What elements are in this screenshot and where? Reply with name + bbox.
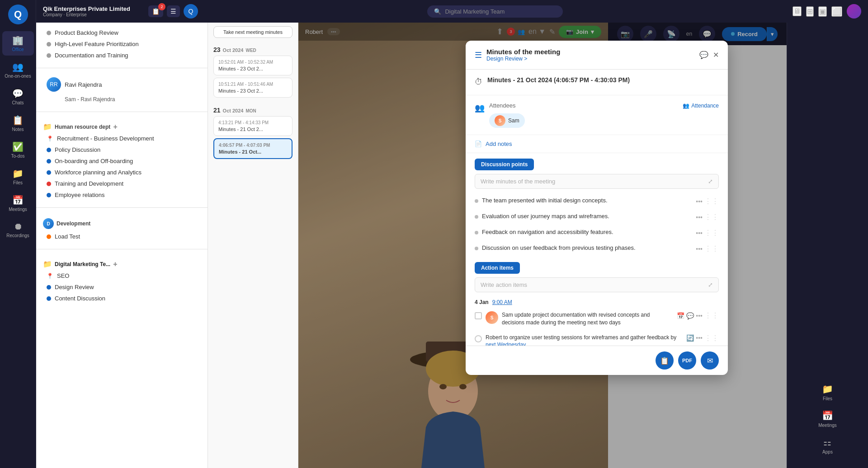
action-checkbox-0[interactable] xyxy=(475,312,482,319)
right-sidebar-items: 📁 Files 📅 Meetings ⚏ Apps xyxy=(818,384,837,463)
meeting-item-1-2[interactable]: 10:51:21 AM - 10:51:46 AM Minutes - 23 O… xyxy=(213,78,292,98)
dev-avatar: D xyxy=(43,218,54,229)
pdf-button[interactable]: PDF xyxy=(678,351,696,370)
dm-item-content[interactable]: Content Discussion xyxy=(43,293,201,304)
meeting-month-2: Oct 2024 xyxy=(223,108,244,113)
menu-icon-0[interactable]: ••• xyxy=(696,312,703,319)
modal-chat-button[interactable]: 💬 xyxy=(699,51,708,59)
sidebar-item-notes[interactable]: 📋 Notes xyxy=(2,111,34,136)
backlog-item-2[interactable]: High-Level Feature Prioritization xyxy=(43,38,201,50)
sidebar-item-label: To-dos xyxy=(11,154,24,159)
meeting-item-2-2[interactable]: 4:06:57 PM - 4:07:03 PM Minutes - 21 Oct… xyxy=(213,138,292,159)
action-text-0: Sam update project documentation with re… xyxy=(502,311,673,327)
attendance-icon: 👥 xyxy=(683,103,689,109)
hr-item-onboarding[interactable]: On-boarding and Off-boarding xyxy=(43,155,201,167)
window-icon-btn[interactable]: ⬜ xyxy=(831,6,842,17)
rs-item-files[interactable]: 📁 Files xyxy=(822,384,833,401)
notification-button[interactable]: 📋 2 xyxy=(148,5,163,17)
sidebar-item-files[interactable]: 📁 Files xyxy=(2,164,34,189)
hr-item-recruitment[interactable]: 📍 Recruitment - Business Development xyxy=(43,133,201,144)
meeting-date-1: 23 Oct 2024 WED xyxy=(213,46,292,53)
dm-section: 📁 Digital Marketing Te... + 📍 SEO Design… xyxy=(36,252,208,309)
item-drag-2[interactable]: ⋮⋮ xyxy=(704,229,719,237)
sidebar-item-one-on-ones[interactable]: 👥 One-on-ones xyxy=(2,58,34,82)
action-input[interactable]: Write action items ⤢ xyxy=(475,277,719,292)
dev-item-loadtest[interactable]: Load Test xyxy=(43,231,201,242)
dm-title[interactable]: 📁 Digital Marketing Te... + xyxy=(43,256,201,270)
sidebar-item-todos[interactable]: ✅ To-dos xyxy=(2,138,34,162)
backlog-item-3[interactable]: Documentation and Training xyxy=(43,50,201,61)
user-avatar[interactable] xyxy=(847,4,861,19)
calendar-icon-0[interactable]: 📅 xyxy=(677,312,684,319)
dm-item-seo[interactable]: 📍 SEO xyxy=(43,270,201,281)
action-link-1[interactable]: next Wednesday xyxy=(486,342,525,346)
hr-item-workforce[interactable]: Workforce planning and Analytics xyxy=(43,167,201,178)
hamburger-button[interactable]: ☰ xyxy=(167,5,180,17)
sidebar-item-chats[interactable]: 💬 Chats xyxy=(2,84,34,109)
action-radio-1[interactable] xyxy=(475,335,482,342)
attendee-avatar: S xyxy=(495,115,505,126)
copy-button[interactable]: 📋 xyxy=(656,351,674,370)
item-menu-1[interactable]: ••• xyxy=(696,214,703,221)
dot-red xyxy=(47,182,51,186)
hr-item-employee[interactable]: Employee relations xyxy=(43,189,201,201)
item-menu-2[interactable]: ••• xyxy=(696,229,703,237)
rs-item-apps[interactable]: ⚏ Apps xyxy=(822,437,833,454)
hr-item-policy[interactable]: Policy Discussion xyxy=(43,144,201,155)
one-on-one-channel[interactable]: Sam - Ravi Rajendra xyxy=(43,94,201,105)
item-drag-3[interactable]: ⋮⋮ xyxy=(704,244,719,253)
add-hr-icon[interactable]: + xyxy=(113,123,117,131)
search-input-display[interactable]: 🔍 Digital Marketing Team xyxy=(427,5,563,18)
hr-dept-title[interactable]: 📁 Human resource dept + xyxy=(43,119,201,133)
item-actions-2: ••• ⋮⋮ xyxy=(696,229,719,237)
rs-item-meetings[interactable]: 📅 Meetings xyxy=(818,410,837,428)
hr-label-5: Employee relations xyxy=(55,192,105,198)
action-time-label[interactable]: 9:00 AM xyxy=(492,299,512,305)
menu-icon-1[interactable]: ••• xyxy=(696,334,703,342)
sync-icon-1[interactable]: 🔄 xyxy=(686,334,694,342)
discussion-item-3: Discussion on user feedback from previou… xyxy=(466,241,728,257)
meeting-panel: Take next meeting minutes 23 Oct 2024 WE… xyxy=(208,23,298,468)
add-dm-icon[interactable]: + xyxy=(113,260,117,268)
discussion-tab-button[interactable]: Discussion points xyxy=(475,159,534,170)
chat-icon-0[interactable]: 💬 xyxy=(686,312,694,319)
minutes-title: Minutes - 21 Oct 2024 (4:06:57 PM - 4:30… xyxy=(487,76,630,84)
dev-name: Development xyxy=(57,220,90,227)
minutes-panel: Robert ••• ⬆ 3 👥 en ▼ ✎ xyxy=(298,23,787,468)
email-button[interactable]: ✉ xyxy=(701,351,719,370)
app-logo[interactable]: Q xyxy=(8,5,28,24)
item-drag-1[interactable]: ⋮⋮ xyxy=(704,213,719,221)
take-next-btn[interactable]: Take next meeting minutes xyxy=(213,26,292,38)
qik-button[interactable]: Q xyxy=(184,4,198,19)
notes-icon: 📋 xyxy=(12,115,24,126)
add-notes-row[interactable]: 📄 Add notes xyxy=(466,135,728,153)
item-menu-0[interactable]: ••• xyxy=(696,198,703,205)
attendance-button[interactable]: 👥 Attendance xyxy=(683,103,719,109)
monitor-icon-btn[interactable]: 🖥 xyxy=(793,6,802,16)
channel-name: Sam - Ravi Rajendra xyxy=(65,96,115,103)
action-tab-button[interactable]: Action items xyxy=(475,262,520,274)
logo-letter: Q xyxy=(14,9,22,20)
hr-item-training[interactable]: Training and Development xyxy=(43,178,201,189)
rs-files-icon: 📁 xyxy=(822,384,833,394)
item-drag-0[interactable]: ⋮⋮ xyxy=(704,197,719,206)
drag-icon-0[interactable]: ⋮⋮ xyxy=(704,311,719,320)
dev-title[interactable]: D Development xyxy=(43,215,201,231)
layout-icon-btn[interactable]: ▣ xyxy=(818,6,827,17)
hr-label-3: Workforce planning and Analytics xyxy=(55,169,142,176)
action-avatar-0: S xyxy=(486,311,498,324)
backlog-item-1[interactable]: Product Backlog Review xyxy=(43,27,201,38)
drag-icon-1[interactable]: ⋮⋮ xyxy=(704,334,719,342)
sidebar-item-office[interactable]: 🏢 Office xyxy=(2,31,34,56)
meeting-item-1-1[interactable]: 10:52:01 AM - 10:52:32 AM Minutes - 23 O… xyxy=(213,56,292,75)
discussion-input[interactable]: Write minutes of the meeting ⤢ xyxy=(475,174,719,189)
modal-breadcrumb[interactable]: Design Review > xyxy=(486,56,695,62)
meeting-item-2-1[interactable]: 4:13:21 PM - 4:14:33 PM Minutes - 21 Oct… xyxy=(213,116,292,136)
modal-close-button[interactable]: ✕ xyxy=(713,51,719,59)
minutes-modal: ☰ Minutes of the meeting Design Review >… xyxy=(466,41,728,375)
sidebar-item-meetings[interactable]: 📅 Meetings xyxy=(2,191,34,215)
sidebar-item-recordings[interactable]: ⏺ Recordings xyxy=(2,218,34,242)
grid-icon-btn[interactable]: ⊞ xyxy=(806,6,814,17)
dm-item-design[interactable]: Design Review xyxy=(43,281,201,293)
item-menu-3[interactable]: ••• xyxy=(696,245,703,253)
